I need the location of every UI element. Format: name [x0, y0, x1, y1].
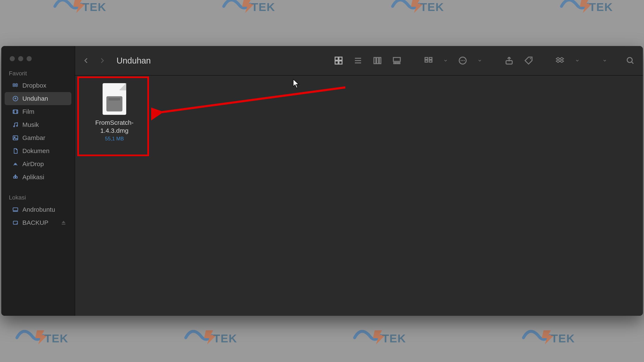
- nav-back-button[interactable]: [82, 57, 90, 64]
- sidebar-item-label: Dokumen: [22, 147, 50, 154]
- chevron-down-icon[interactable]: [602, 56, 607, 65]
- document-icon: [12, 148, 18, 154]
- sidebar-item-gambar[interactable]: Gambar: [5, 131, 71, 144]
- view-columns-button[interactable]: [373, 56, 382, 65]
- svg-text:TEK: TEK: [589, 1, 613, 13]
- svg-text:TEK: TEK: [551, 332, 575, 345]
- sidebar-item-dropbox[interactable]: Dropbox: [5, 79, 71, 92]
- svg-point-34: [460, 60, 462, 61]
- share-button[interactable]: [504, 56, 514, 65]
- svg-text:TEK: TEK: [82, 1, 106, 13]
- sidebar-item-label: Musik: [22, 121, 39, 128]
- view-list-button[interactable]: [353, 56, 363, 65]
- sidebar-item-label: Unduhan: [22, 95, 48, 102]
- svg-rect-32: [429, 60, 432, 62]
- svg-rect-24: [379, 58, 381, 64]
- svg-rect-22: [374, 58, 376, 64]
- svg-rect-27: [396, 62, 398, 64]
- svg-rect-30: [425, 60, 428, 62]
- svg-text:TEK: TEK: [44, 332, 68, 345]
- window-controls: [1, 50, 75, 69]
- svg-rect-25: [394, 58, 400, 61]
- sidebar-item-aplikasi[interactable]: Aplikasi: [5, 170, 71, 184]
- file-size: 55,1 MB: [82, 136, 147, 142]
- toolbar: Unduhan: [75, 46, 643, 76]
- dropbox-toolbar-button[interactable]: [556, 56, 565, 65]
- sidebar-item-label: Film: [22, 108, 34, 115]
- tags-button[interactable]: [524, 56, 533, 65]
- file-name: FromScratch-1.4.3.dmg: [82, 119, 147, 134]
- dmg-file-icon: [102, 83, 126, 115]
- sidebar-item-dokumen[interactable]: Dokumen: [5, 144, 71, 158]
- sidebar-item-label: Dropbox: [22, 82, 46, 89]
- sidebar-item-unduhan[interactable]: Unduhan: [5, 92, 71, 105]
- svg-rect-16: [13, 221, 18, 224]
- sidebar-item-film[interactable]: Film: [5, 105, 71, 118]
- sidebar-item-label: BACKUP: [22, 219, 48, 226]
- view-mode-group: [334, 56, 402, 65]
- svg-rect-15: [13, 208, 18, 211]
- airdrop-icon: [12, 161, 18, 167]
- action-menu-button[interactable]: [458, 56, 467, 65]
- svg-rect-28: [398, 62, 400, 64]
- computer-icon: [12, 206, 18, 213]
- nav-forward-button[interactable]: [98, 57, 106, 64]
- svg-point-17: [16, 223, 17, 224]
- min-dot[interactable]: [18, 56, 23, 61]
- finder-main: Unduhan: [75, 46, 643, 316]
- image-icon: [12, 135, 18, 141]
- disk-icon: [12, 220, 18, 226]
- svg-rect-19: [339, 57, 342, 60]
- svg-rect-23: [376, 58, 378, 64]
- sidebar-item-backup[interactable]: BACKUP: [5, 216, 71, 229]
- sidebar-item-label: AirDrop: [22, 160, 44, 168]
- svg-text:TEK: TEK: [213, 332, 237, 345]
- search-button[interactable]: [626, 56, 635, 65]
- apps-icon: [12, 174, 18, 180]
- svg-point-10: [14, 126, 14, 127]
- chevron-down-icon[interactable]: [478, 56, 482, 65]
- view-gallery-button[interactable]: [392, 56, 402, 65]
- sidebar-item-label: Aplikasi: [22, 174, 44, 181]
- cursor-icon: [292, 78, 300, 89]
- finder-window: Favorit Dropbox Unduhan Film: [1, 46, 643, 316]
- svg-point-36: [464, 60, 465, 61]
- music-icon: [12, 122, 18, 128]
- svg-point-39: [627, 58, 632, 62]
- zoom-dot[interactable]: [26, 56, 32, 61]
- svg-rect-18: [335, 57, 338, 60]
- sidebar-item-musik[interactable]: Musik: [5, 118, 71, 131]
- svg-point-35: [462, 60, 463, 61]
- svg-rect-26: [394, 62, 395, 64]
- svg-rect-12: [13, 136, 18, 140]
- sidebar: Favorit Dropbox Unduhan Film: [1, 46, 75, 316]
- sidebar-item-androbuntu[interactable]: Androbuntu: [5, 203, 71, 216]
- svg-rect-31: [429, 58, 432, 59]
- svg-rect-9: [13, 110, 18, 114]
- chevron-down-icon[interactable]: [575, 56, 580, 65]
- window-title: Unduhan: [116, 56, 151, 66]
- view-icons-button[interactable]: [334, 56, 343, 65]
- sidebar-section-lokasi: Lokasi: [1, 193, 75, 203]
- sidebar-item-label: Androbuntu: [22, 206, 55, 213]
- sidebar-item-airdrop[interactable]: AirDrop: [5, 158, 71, 170]
- svg-rect-21: [339, 61, 342, 64]
- svg-rect-29: [425, 58, 428, 59]
- svg-line-40: [158, 88, 345, 113]
- svg-text:TEK: TEK: [382, 332, 406, 345]
- chevron-down-icon[interactable]: [443, 56, 448, 65]
- film-icon: [12, 108, 18, 115]
- file-area[interactable]: FromScratch-1.4.3.dmg 55,1 MB: [75, 76, 643, 316]
- svg-text:TEK: TEK: [420, 1, 444, 13]
- group-by-button[interactable]: [424, 56, 433, 65]
- download-icon: [12, 96, 18, 102]
- file-item[interactable]: FromScratch-1.4.3.dmg 55,1 MB: [80, 78, 149, 146]
- svg-text:TEK: TEK: [251, 1, 275, 13]
- close-dot[interactable]: [10, 56, 15, 61]
- eject-icon[interactable]: [60, 220, 67, 226]
- svg-point-11: [16, 126, 18, 126]
- annotation-arrow: [151, 79, 352, 121]
- sidebar-section-favorit: Favorit: [1, 69, 75, 79]
- sidebar-item-label: Gambar: [22, 134, 45, 142]
- svg-rect-20: [335, 61, 338, 64]
